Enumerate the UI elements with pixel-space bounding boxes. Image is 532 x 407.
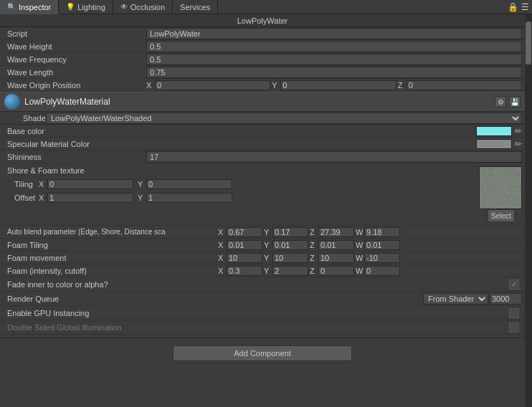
occlusion-icon: 👁 xyxy=(120,3,128,11)
menu-icon[interactable]: ☰ xyxy=(521,2,529,12)
specular-color-swatch[interactable] xyxy=(476,139,512,149)
foam-movement-x-label: X xyxy=(218,254,225,262)
fade-inner-row: Fade inner to color or alpha? xyxy=(0,277,525,292)
shininess-input[interactable] xyxy=(146,151,522,163)
add-component-button[interactable]: Add Component xyxy=(173,345,352,361)
wave-frequency-label: Wave Frequency xyxy=(3,55,146,64)
render-queue-label: Render Queue xyxy=(3,295,423,303)
script-row: Script LowPolyWater xyxy=(0,27,525,40)
wave-height-input[interactable] xyxy=(146,41,522,52)
foam-tiling-z-label: Z xyxy=(310,241,317,249)
gpu-instancing-label: Enable GPU Instancing xyxy=(3,309,509,317)
origin-z-input[interactable] xyxy=(407,80,522,90)
foam-movement-fields: X Y Z W xyxy=(218,253,522,263)
foam-movement-z-input[interactable] xyxy=(318,253,354,263)
foam-movement-x-input[interactable] xyxy=(227,253,262,263)
gpu-instancing-checkbox[interactable] xyxy=(509,308,519,318)
foam-intensity-x-input[interactable] xyxy=(227,266,262,276)
foam-intensity-z-input[interactable] xyxy=(318,266,354,276)
foam-tiling-z-input[interactable] xyxy=(318,240,354,250)
double-sided-label: Double Sided Global Illumination xyxy=(3,323,509,332)
lighting-icon: 💡 xyxy=(66,3,75,11)
specular-color-edit-icon[interactable]: ✏ xyxy=(515,139,522,149)
scrollbar[interactable] xyxy=(525,14,532,407)
wave-frequency-input[interactable] xyxy=(146,54,522,65)
foam-intensity-w-input[interactable] xyxy=(364,266,400,276)
select-texture-button[interactable]: Select xyxy=(488,209,515,222)
render-queue-select[interactable]: From Shader Background Geometry AlphaTes… xyxy=(423,293,488,305)
base-color-label: Base color xyxy=(3,127,476,135)
origin-y-input[interactable] xyxy=(280,80,396,90)
texture-preview[interactable] xyxy=(479,166,522,209)
foam-intensity-z-label: Z xyxy=(310,267,317,275)
material-settings-icon[interactable]: ⚙ xyxy=(495,96,506,107)
shore-foam-label: Shore & Foam texture xyxy=(3,166,476,175)
wave-length-row: Wave Length xyxy=(0,66,525,79)
offset-y-input[interactable] xyxy=(146,193,232,203)
tab-services[interactable]: Services xyxy=(173,0,218,14)
double-sided-checkbox[interactable] xyxy=(509,322,519,332)
auto-blend-w-label: W xyxy=(356,228,363,236)
foam-tiling-x-input[interactable] xyxy=(227,240,262,250)
material-header: LowPolyWaterMaterial ⚙ 💾 xyxy=(0,92,525,112)
origin-x-input[interactable] xyxy=(155,80,270,90)
render-queue-row: Render Queue From Shader Background Geom… xyxy=(0,292,525,306)
tab-inspector[interactable]: 🔍 Inspector xyxy=(0,0,59,14)
scrollbar-thumb[interactable] xyxy=(526,21,531,64)
origin-y-label: Y xyxy=(272,81,279,90)
auto-blend-x-label: X xyxy=(218,228,225,236)
offset-x-input[interactable] xyxy=(47,193,133,203)
lock-icon[interactable]: 🔒 xyxy=(508,2,518,12)
auto-blend-z-label: Z xyxy=(310,228,317,236)
tiling-x-input[interactable] xyxy=(47,179,133,189)
base-color-swatch[interactable] xyxy=(476,126,512,136)
fade-inner-checkbox[interactable] xyxy=(509,279,519,289)
tab-lighting[interactable]: 💡 Lighting xyxy=(59,0,113,14)
offset-row: Offset X Y xyxy=(3,191,476,204)
shader-select[interactable]: LowPolyWater/WaterShaded xyxy=(46,112,522,124)
foam-tiling-y-input[interactable] xyxy=(272,240,308,250)
tab-occlusion[interactable]: 👁 Occlusion xyxy=(113,0,173,14)
texture-preview-area: Select xyxy=(479,166,522,222)
foam-tiling-label: Foam Tiling xyxy=(3,241,218,249)
tab-services-label: Services xyxy=(180,3,210,11)
foam-tiling-w-input[interactable] xyxy=(364,240,400,250)
offset-y-label: Y xyxy=(138,193,145,202)
tab-lighting-label: Lighting xyxy=(77,3,105,11)
script-value[interactable]: LowPolyWater xyxy=(146,28,522,39)
shader-row: Shader LowPolyWater/WaterShaded xyxy=(0,112,525,125)
render-queue-value-input[interactable] xyxy=(490,293,522,305)
foam-movement-w-input[interactable] xyxy=(364,253,400,263)
auto-blend-y-input[interactable] xyxy=(272,227,308,237)
shore-foam-content: Shore & Foam texture Tiling X Y Offset X xyxy=(3,166,476,205)
foam-intensity-label: Foam (intensity, cutoff) xyxy=(3,267,218,275)
foam-intensity-fields: X Y Z W xyxy=(218,266,522,276)
add-component-area: Add Component xyxy=(0,337,525,368)
shininess-label: Shininess xyxy=(3,153,146,161)
foam-movement-y-label: Y xyxy=(264,254,271,262)
auto-blend-z-input[interactable] xyxy=(318,227,354,237)
base-color-edit-icon[interactable]: ✏ xyxy=(515,126,522,136)
shader-label: Shader xyxy=(3,114,46,123)
tab-bar: 🔍 Inspector 💡 Lighting 👁 Occlusion Servi… xyxy=(0,0,532,14)
wave-origin-label: Wave Origin Position xyxy=(3,81,146,90)
auto-blend-w-input[interactable] xyxy=(364,227,400,237)
origin-x-label: X xyxy=(146,81,153,90)
foam-movement-row: Foam movement X Y Z W xyxy=(0,252,525,264)
material-save-icon[interactable]: 💾 xyxy=(509,96,521,107)
offset-coords: X Y xyxy=(39,193,232,203)
foam-intensity-y-input[interactable] xyxy=(272,266,308,276)
base-color-row: Base color ✏ xyxy=(0,125,525,138)
tiling-y-input[interactable] xyxy=(146,179,232,189)
foam-tiling-y-label: Y xyxy=(264,241,271,249)
tab-inspector-label: Inspector xyxy=(19,3,51,11)
wave-length-input[interactable] xyxy=(146,67,522,78)
auto-blend-x-input[interactable] xyxy=(227,227,262,237)
sphere-icon xyxy=(4,94,20,110)
wave-height-row: Wave Height xyxy=(0,40,525,53)
foam-intensity-row: Foam (intensity, cutoff) X Y Z W xyxy=(0,264,525,277)
foam-movement-y-input[interactable] xyxy=(272,253,308,263)
foam-tiling-row: Foam Tiling X Y Z W xyxy=(0,239,525,252)
foam-movement-label: Foam movement xyxy=(3,254,218,262)
auto-blend-label: Auto blend parameter (Edge, Shore, Dista… xyxy=(3,228,218,236)
